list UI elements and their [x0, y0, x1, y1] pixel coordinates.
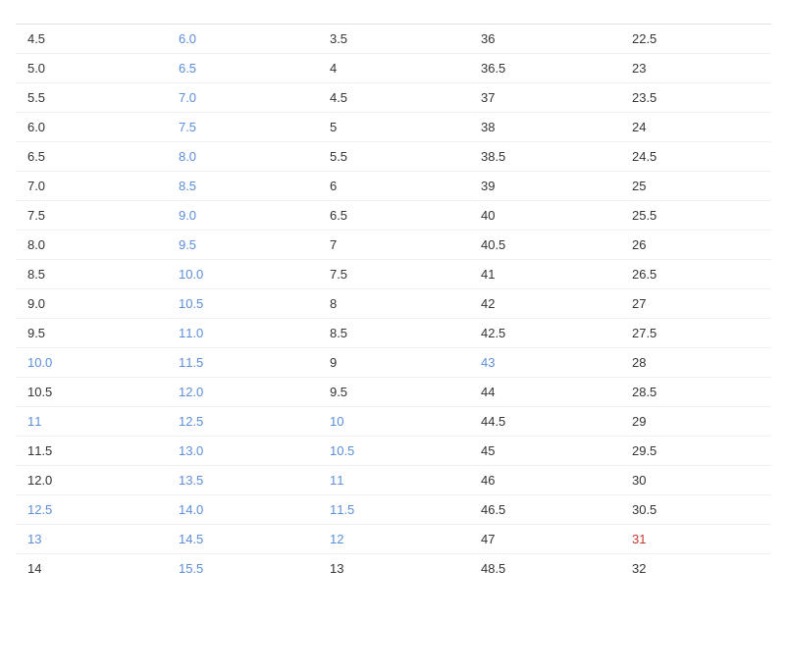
cell-mens: 13 — [16, 525, 167, 554]
cell-eu: 38 — [469, 113, 620, 142]
cell-womens: 14.5 — [167, 525, 318, 554]
table-row: 4.5 6.0 3.5 36 22.5 — [16, 25, 771, 54]
table-row: 9.0 10.5 8 42 27 — [16, 289, 771, 319]
cell-japan: 27 — [620, 289, 771, 319]
table-row: 10.5 12.0 9.5 44 28.5 — [16, 378, 771, 407]
cell-eu: 36 — [469, 25, 620, 54]
header-japan — [620, 8, 771, 25]
table-row: 6.0 7.5 5 38 24 — [16, 113, 771, 142]
size-chart-container: 4.5 6.0 3.5 36 22.5 5.0 6.5 4 36.5 23 5.… — [0, 0, 787, 591]
cell-japan: 29.5 — [620, 437, 771, 466]
cell-eu: 44 — [469, 378, 620, 407]
cell-womens: 10.5 — [167, 289, 318, 319]
cell-japan: 31 — [620, 525, 771, 554]
cell-eu: 37 — [469, 83, 620, 113]
cell-womens: 14.0 — [167, 495, 318, 525]
cell-uk: 8 — [318, 289, 469, 319]
cell-womens: 6.5 — [167, 54, 318, 83]
table-row: 10.0 11.5 9 43 28 — [16, 348, 771, 378]
cell-japan: 29 — [620, 407, 771, 437]
cell-japan: 23.5 — [620, 83, 771, 113]
table-row: 7.0 8.5 6 39 25 — [16, 172, 771, 201]
table-row: 14 15.5 13 48.5 32 — [16, 554, 771, 584]
cell-mens: 14 — [16, 554, 167, 584]
header-mens — [16, 8, 167, 25]
cell-womens: 10.0 — [167, 260, 318, 289]
cell-eu: 42 — [469, 289, 620, 319]
cell-uk: 4 — [318, 54, 469, 83]
table-header-row — [16, 8, 771, 25]
cell-eu: 40 — [469, 201, 620, 231]
cell-uk: 7 — [318, 231, 469, 260]
cell-womens: 12.0 — [167, 378, 318, 407]
cell-uk: 7.5 — [318, 260, 469, 289]
cell-womens: 15.5 — [167, 554, 318, 584]
cell-mens: 5.0 — [16, 54, 167, 83]
cell-eu: 47 — [469, 525, 620, 554]
cell-japan: 30.5 — [620, 495, 771, 525]
cell-japan: 30 — [620, 466, 771, 495]
cell-mens: 6.0 — [16, 113, 167, 142]
cell-mens: 11.5 — [16, 437, 167, 466]
header-womens — [167, 8, 318, 25]
cell-mens: 8.0 — [16, 231, 167, 260]
cell-eu: 41 — [469, 260, 620, 289]
cell-mens: 4.5 — [16, 25, 167, 54]
cell-eu: 46.5 — [469, 495, 620, 525]
table-row: 9.5 11.0 8.5 42.5 27.5 — [16, 319, 771, 348]
table-row: 7.5 9.0 6.5 40 25.5 — [16, 201, 771, 231]
cell-womens: 13.0 — [167, 437, 318, 466]
cell-uk: 6 — [318, 172, 469, 201]
cell-mens: 12.5 — [16, 495, 167, 525]
table-row: 12.5 14.0 11.5 46.5 30.5 — [16, 495, 771, 525]
cell-womens: 11.0 — [167, 319, 318, 348]
cell-eu: 46 — [469, 466, 620, 495]
cell-japan: 22.5 — [620, 25, 771, 54]
table-row: 8.5 10.0 7.5 41 26.5 — [16, 260, 771, 289]
cell-womens: 8.5 — [167, 172, 318, 201]
cell-eu: 42.5 — [469, 319, 620, 348]
cell-eu: 45 — [469, 437, 620, 466]
table-row: 11 12.5 10 44.5 29 — [16, 407, 771, 437]
cell-japan: 24.5 — [620, 142, 771, 172]
header-eu — [469, 8, 620, 25]
cell-uk: 13 — [318, 554, 469, 584]
table-row: 5.0 6.5 4 36.5 23 — [16, 54, 771, 83]
table-row: 8.0 9.5 7 40.5 26 — [16, 231, 771, 260]
cell-womens: 12.5 — [167, 407, 318, 437]
cell-mens: 11 — [16, 407, 167, 437]
cell-japan: 27.5 — [620, 319, 771, 348]
cell-japan: 26 — [620, 231, 771, 260]
cell-mens: 7.0 — [16, 172, 167, 201]
table-row: 11.5 13.0 10.5 45 29.5 — [16, 437, 771, 466]
cell-eu: 38.5 — [469, 142, 620, 172]
cell-japan: 26.5 — [620, 260, 771, 289]
cell-mens: 7.5 — [16, 201, 167, 231]
cell-mens: 5.5 — [16, 83, 167, 113]
cell-uk: 5 — [318, 113, 469, 142]
table-row: 5.5 7.0 4.5 37 23.5 — [16, 83, 771, 113]
cell-mens: 9.5 — [16, 319, 167, 348]
cell-womens: 11.5 — [167, 348, 318, 378]
cell-uk: 3.5 — [318, 25, 469, 54]
cell-eu: 44.5 — [469, 407, 620, 437]
cell-mens: 6.5 — [16, 142, 167, 172]
cell-mens: 12.0 — [16, 466, 167, 495]
cell-eu: 40.5 — [469, 231, 620, 260]
cell-japan: 25.5 — [620, 201, 771, 231]
cell-japan: 28 — [620, 348, 771, 378]
cell-womens: 9.0 — [167, 201, 318, 231]
cell-japan: 28.5 — [620, 378, 771, 407]
cell-womens: 7.0 — [167, 83, 318, 113]
cell-japan: 23 — [620, 54, 771, 83]
cell-eu: 39 — [469, 172, 620, 201]
cell-japan: 24 — [620, 113, 771, 142]
cell-japan: 25 — [620, 172, 771, 201]
cell-mens: 9.0 — [16, 289, 167, 319]
cell-uk: 5.5 — [318, 142, 469, 172]
cell-uk: 12 — [318, 525, 469, 554]
cell-womens: 6.0 — [167, 25, 318, 54]
cell-uk: 11.5 — [318, 495, 469, 525]
header-uk — [318, 8, 469, 25]
cell-eu: 43 — [469, 348, 620, 378]
